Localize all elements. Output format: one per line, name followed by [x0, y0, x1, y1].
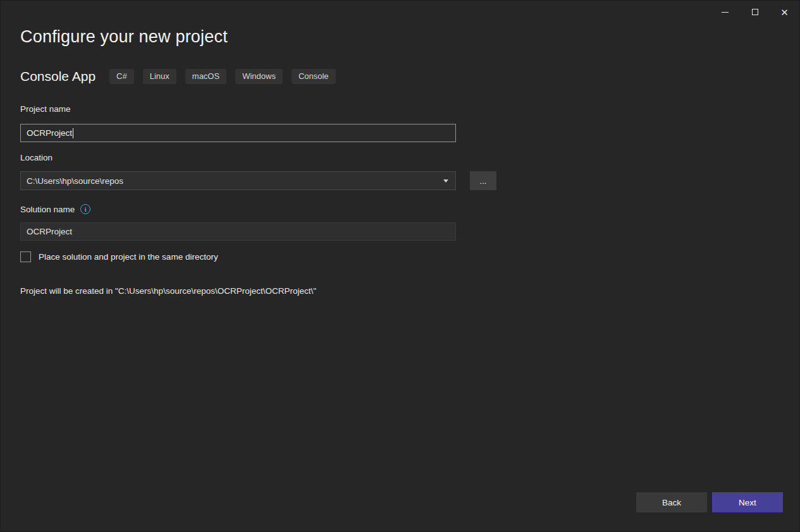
- solution-name-label-row: Solution name i: [20, 204, 90, 214]
- close-button[interactable]: ✕: [770, 1, 799, 23]
- tag-csharp: C#: [109, 69, 134, 84]
- back-button[interactable]: Back: [636, 492, 707, 512]
- info-icon[interactable]: i: [80, 204, 90, 214]
- tag-windows: Windows: [235, 69, 283, 84]
- same-directory-label: Place solution and project in the same d…: [39, 252, 218, 262]
- solution-name-value: OCRProject: [27, 227, 72, 236]
- same-directory-checkbox[interactable]: [20, 251, 31, 262]
- same-directory-row: Place solution and project in the same d…: [20, 251, 218, 262]
- minimize-icon: [722, 12, 729, 13]
- tag-list: C# Linux macOS Windows Console: [109, 69, 336, 84]
- project-name-label: Project name: [20, 104, 71, 114]
- configure-project-dialog: ✕ Configure your new project Console App…: [0, 0, 800, 532]
- project-type-name: Console App: [20, 69, 95, 84]
- maximize-button[interactable]: [740, 1, 770, 23]
- page-title: Configure your new project: [20, 27, 228, 47]
- location-label: Location: [20, 153, 52, 162]
- project-name-value: OCRProject: [27, 128, 72, 138]
- location-value: C:\Users\hp\source\repos: [27, 176, 443, 186]
- solution-name-label: Solution name: [20, 205, 75, 214]
- tag-console: Console: [292, 69, 336, 84]
- minimize-button[interactable]: [710, 1, 740, 23]
- close-icon: ✕: [780, 8, 789, 17]
- project-type-row: Console App C# Linux macOS Windows Conso…: [20, 69, 336, 84]
- project-name-input[interactable]: OCRProject: [20, 124, 456, 142]
- tag-linux: Linux: [143, 69, 176, 84]
- location-combobox[interactable]: C:\Users\hp\source\repos: [20, 171, 456, 190]
- solution-name-input[interactable]: OCRProject: [20, 222, 456, 241]
- next-button[interactable]: Next: [712, 492, 783, 512]
- window-controls: ✕: [710, 1, 799, 23]
- chevron-down-icon: [443, 179, 448, 183]
- browse-location-button[interactable]: ...: [470, 171, 496, 190]
- tag-macos: macOS: [185, 69, 226, 84]
- maximize-icon: [752, 9, 758, 15]
- text-caret: [73, 128, 73, 138]
- created-in-text: Project will be created in "C:\Users\hp\…: [20, 286, 316, 296]
